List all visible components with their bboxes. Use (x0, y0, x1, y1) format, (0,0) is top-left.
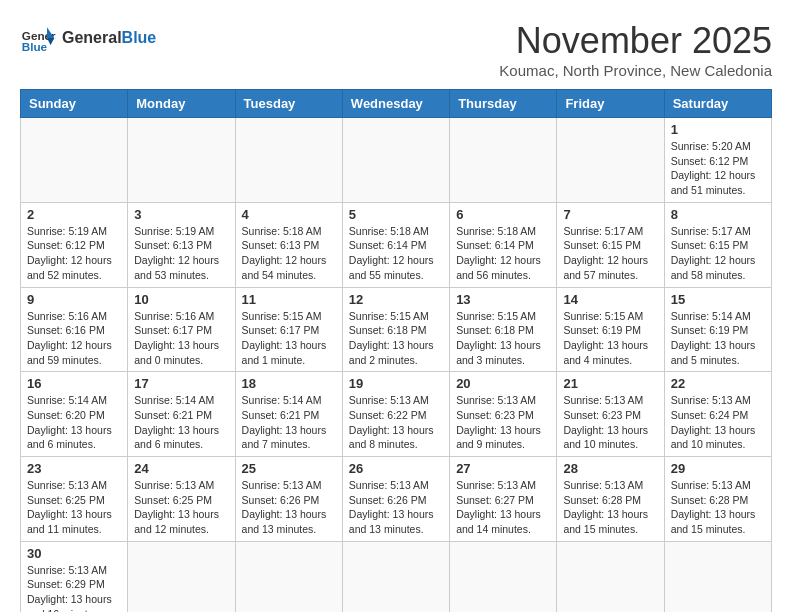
day-info: Sunrise: 5:17 AM Sunset: 6:15 PM Dayligh… (671, 224, 765, 283)
day-info: Sunrise: 5:17 AM Sunset: 6:15 PM Dayligh… (563, 224, 657, 283)
day-info: Sunrise: 5:18 AM Sunset: 6:13 PM Dayligh… (242, 224, 336, 283)
day-info: Sunrise: 5:13 AM Sunset: 6:29 PM Dayligh… (27, 563, 121, 612)
day-info: Sunrise: 5:13 AM Sunset: 6:25 PM Dayligh… (134, 478, 228, 537)
calendar-cell: 13Sunrise: 5:15 AM Sunset: 6:18 PM Dayli… (450, 287, 557, 372)
weekday-header: Thursday (450, 90, 557, 118)
calendar-cell: 4Sunrise: 5:18 AM Sunset: 6:13 PM Daylig… (235, 202, 342, 287)
calendar-table: SundayMondayTuesdayWednesdayThursdayFrid… (20, 89, 772, 612)
calendar-cell: 25Sunrise: 5:13 AM Sunset: 6:26 PM Dayli… (235, 457, 342, 542)
day-info: Sunrise: 5:14 AM Sunset: 6:19 PM Dayligh… (671, 309, 765, 368)
logo: General Blue GeneralBlue (20, 20, 156, 56)
day-number: 17 (134, 376, 228, 391)
day-number: 22 (671, 376, 765, 391)
calendar-header-row: SundayMondayTuesdayWednesdayThursdayFrid… (21, 90, 772, 118)
calendar-cell (450, 541, 557, 612)
day-number: 2 (27, 207, 121, 222)
day-info: Sunrise: 5:13 AM Sunset: 6:28 PM Dayligh… (563, 478, 657, 537)
day-info: Sunrise: 5:15 AM Sunset: 6:19 PM Dayligh… (563, 309, 657, 368)
calendar-cell (450, 118, 557, 203)
day-info: Sunrise: 5:15 AM Sunset: 6:18 PM Dayligh… (456, 309, 550, 368)
day-info: Sunrise: 5:13 AM Sunset: 6:24 PM Dayligh… (671, 393, 765, 452)
calendar-cell: 27Sunrise: 5:13 AM Sunset: 6:27 PM Dayli… (450, 457, 557, 542)
day-info: Sunrise: 5:14 AM Sunset: 6:21 PM Dayligh… (134, 393, 228, 452)
calendar-cell: 16Sunrise: 5:14 AM Sunset: 6:20 PM Dayli… (21, 372, 128, 457)
day-number: 27 (456, 461, 550, 476)
calendar-cell: 26Sunrise: 5:13 AM Sunset: 6:26 PM Dayli… (342, 457, 449, 542)
day-info: Sunrise: 5:13 AM Sunset: 6:23 PM Dayligh… (456, 393, 550, 452)
page-header: General Blue GeneralBlue November 2025 K… (20, 20, 772, 79)
day-info: Sunrise: 5:19 AM Sunset: 6:13 PM Dayligh… (134, 224, 228, 283)
location: Koumac, North Province, New Caledonia (499, 62, 772, 79)
calendar-cell: 24Sunrise: 5:13 AM Sunset: 6:25 PM Dayli… (128, 457, 235, 542)
calendar-cell: 17Sunrise: 5:14 AM Sunset: 6:21 PM Dayli… (128, 372, 235, 457)
weekday-header: Tuesday (235, 90, 342, 118)
calendar-cell: 7Sunrise: 5:17 AM Sunset: 6:15 PM Daylig… (557, 202, 664, 287)
calendar-cell (128, 541, 235, 612)
day-info: Sunrise: 5:15 AM Sunset: 6:18 PM Dayligh… (349, 309, 443, 368)
day-number: 23 (27, 461, 121, 476)
day-info: Sunrise: 5:13 AM Sunset: 6:25 PM Dayligh… (27, 478, 121, 537)
day-number: 10 (134, 292, 228, 307)
day-number: 28 (563, 461, 657, 476)
logo-icon: General Blue (20, 20, 56, 56)
day-number: 19 (349, 376, 443, 391)
calendar-cell: 21Sunrise: 5:13 AM Sunset: 6:23 PM Dayli… (557, 372, 664, 457)
calendar-cell: 15Sunrise: 5:14 AM Sunset: 6:19 PM Dayli… (664, 287, 771, 372)
day-number: 16 (27, 376, 121, 391)
day-number: 25 (242, 461, 336, 476)
day-info: Sunrise: 5:20 AM Sunset: 6:12 PM Dayligh… (671, 139, 765, 198)
logo-text: GeneralBlue (62, 29, 156, 47)
calendar-cell: 9Sunrise: 5:16 AM Sunset: 6:16 PM Daylig… (21, 287, 128, 372)
calendar-cell: 1Sunrise: 5:20 AM Sunset: 6:12 PM Daylig… (664, 118, 771, 203)
day-info: Sunrise: 5:13 AM Sunset: 6:28 PM Dayligh… (671, 478, 765, 537)
calendar-cell (128, 118, 235, 203)
calendar-cell: 23Sunrise: 5:13 AM Sunset: 6:25 PM Dayli… (21, 457, 128, 542)
calendar-cell: 11Sunrise: 5:15 AM Sunset: 6:17 PM Dayli… (235, 287, 342, 372)
day-info: Sunrise: 5:16 AM Sunset: 6:17 PM Dayligh… (134, 309, 228, 368)
weekday-header: Friday (557, 90, 664, 118)
day-info: Sunrise: 5:19 AM Sunset: 6:12 PM Dayligh… (27, 224, 121, 283)
day-info: Sunrise: 5:13 AM Sunset: 6:27 PM Dayligh… (456, 478, 550, 537)
day-number: 21 (563, 376, 657, 391)
day-number: 12 (349, 292, 443, 307)
day-number: 14 (563, 292, 657, 307)
day-info: Sunrise: 5:14 AM Sunset: 6:20 PM Dayligh… (27, 393, 121, 452)
day-number: 20 (456, 376, 550, 391)
calendar-cell: 19Sunrise: 5:13 AM Sunset: 6:22 PM Dayli… (342, 372, 449, 457)
weekday-header: Wednesday (342, 90, 449, 118)
calendar-cell: 3Sunrise: 5:19 AM Sunset: 6:13 PM Daylig… (128, 202, 235, 287)
day-info: Sunrise: 5:13 AM Sunset: 6:23 PM Dayligh… (563, 393, 657, 452)
day-number: 4 (242, 207, 336, 222)
calendar-cell: 12Sunrise: 5:15 AM Sunset: 6:18 PM Dayli… (342, 287, 449, 372)
day-number: 1 (671, 122, 765, 137)
day-number: 9 (27, 292, 121, 307)
calendar-cell: 10Sunrise: 5:16 AM Sunset: 6:17 PM Dayli… (128, 287, 235, 372)
day-number: 18 (242, 376, 336, 391)
day-number: 30 (27, 546, 121, 561)
calendar-week-row: 9Sunrise: 5:16 AM Sunset: 6:16 PM Daylig… (21, 287, 772, 372)
day-number: 8 (671, 207, 765, 222)
day-number: 3 (134, 207, 228, 222)
calendar-cell (557, 118, 664, 203)
day-info: Sunrise: 5:18 AM Sunset: 6:14 PM Dayligh… (456, 224, 550, 283)
title-section: November 2025 Koumac, North Province, Ne… (499, 20, 772, 79)
day-number: 6 (456, 207, 550, 222)
calendar-week-row: 16Sunrise: 5:14 AM Sunset: 6:20 PM Dayli… (21, 372, 772, 457)
calendar-cell: 8Sunrise: 5:17 AM Sunset: 6:15 PM Daylig… (664, 202, 771, 287)
calendar-cell: 6Sunrise: 5:18 AM Sunset: 6:14 PM Daylig… (450, 202, 557, 287)
calendar-cell: 18Sunrise: 5:14 AM Sunset: 6:21 PM Dayli… (235, 372, 342, 457)
calendar-cell (664, 541, 771, 612)
day-info: Sunrise: 5:18 AM Sunset: 6:14 PM Dayligh… (349, 224, 443, 283)
calendar-week-row: 2Sunrise: 5:19 AM Sunset: 6:12 PM Daylig… (21, 202, 772, 287)
day-number: 24 (134, 461, 228, 476)
calendar-week-row: 23Sunrise: 5:13 AM Sunset: 6:25 PM Dayli… (21, 457, 772, 542)
calendar-cell: 28Sunrise: 5:13 AM Sunset: 6:28 PM Dayli… (557, 457, 664, 542)
day-number: 15 (671, 292, 765, 307)
day-number: 26 (349, 461, 443, 476)
day-info: Sunrise: 5:13 AM Sunset: 6:22 PM Dayligh… (349, 393, 443, 452)
weekday-header: Monday (128, 90, 235, 118)
calendar-cell: 20Sunrise: 5:13 AM Sunset: 6:23 PM Dayli… (450, 372, 557, 457)
calendar-cell (235, 118, 342, 203)
calendar-cell: 29Sunrise: 5:13 AM Sunset: 6:28 PM Dayli… (664, 457, 771, 542)
day-info: Sunrise: 5:13 AM Sunset: 6:26 PM Dayligh… (242, 478, 336, 537)
